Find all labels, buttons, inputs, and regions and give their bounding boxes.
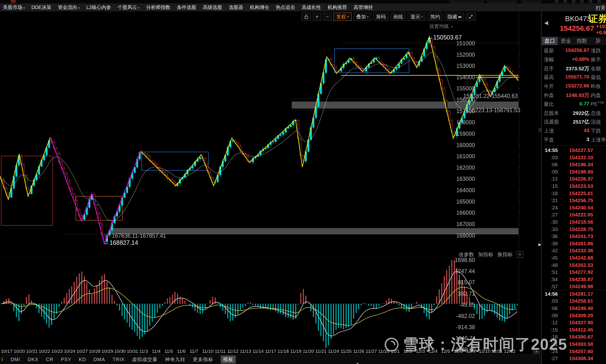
menu-item-机构推荐[interactable]: 机构推荐 bbox=[328, 4, 347, 11]
menu-item-高成长性[interactable]: 高成长性 bbox=[302, 4, 321, 11]
indicator-tab-更多指标[interactable]: 更多指标 bbox=[193, 356, 213, 363]
tick-row: :39154261.86 bbox=[542, 240, 606, 247]
menu-item-高管增持[interactable]: 高管增持 bbox=[353, 4, 373, 11]
svg-text:167636.11-167857.41: 167636.11-167857.41 bbox=[112, 233, 166, 239]
indicator-tab-PSY[interactable]: PSY bbox=[61, 357, 71, 362]
quote-value: 153272.66 bbox=[565, 83, 589, 89]
window-icon-4[interactable] bbox=[581, 0, 583, 3]
quote-value: 2922亿 bbox=[573, 110, 589, 117]
menu-item-高级选股[interactable]: 高级选股 bbox=[203, 4, 222, 11]
indicator-tab-TRIX[interactable]: TRIX bbox=[113, 357, 125, 362]
menu-item-L2核心内参[interactable]: L2核心内参 bbox=[86, 4, 111, 11]
tick-row: :27154308.34 bbox=[542, 354, 606, 362]
panel-divider bbox=[541, 12, 542, 364]
date-label: 10/24 bbox=[64, 349, 76, 354]
axis-tick bbox=[519, 122, 520, 122]
axis-tick bbox=[519, 224, 520, 224]
quote-label-right: 换手 bbox=[591, 56, 601, 63]
price-change: +103 +0.68 bbox=[596, 23, 606, 35]
panel-resize-handle[interactable] bbox=[538, 128, 541, 132]
menu-item-个股风云[interactable]: 个股风云▾ bbox=[118, 4, 140, 11]
toolbar-button-显示[interactable]: 显示▾ bbox=[408, 13, 426, 21]
search-box-outline[interactable] bbox=[450, 0, 484, 3]
toolbar-button-画线[interactable]: 画线 bbox=[390, 13, 406, 21]
panel-tab-盘口[interactable]: 盘口 bbox=[542, 37, 558, 45]
window-icon-2[interactable] bbox=[564, 0, 567, 3]
menu-item-条件选股[interactable]: 条件选股 bbox=[177, 4, 196, 11]
indicator-tab-DMA[interactable]: DMA bbox=[93, 357, 105, 362]
axis-tick bbox=[519, 179, 520, 179]
menu-item-资金流向[interactable]: 资金流向▾ bbox=[58, 4, 80, 11]
menu-item-美股市场[interactable]: 美股市场▾ bbox=[3, 4, 25, 11]
tick-price: 154238.87 bbox=[569, 276, 593, 282]
window-icon-5[interactable] bbox=[589, 0, 592, 3]
panel-tab-资金[interactable]: 资金 bbox=[558, 37, 574, 45]
quick-box-outline[interactable] bbox=[488, 0, 516, 3]
indicator-tab-模板[interactable]: 模板 bbox=[221, 355, 236, 364]
quote-value: 1248.93万 bbox=[566, 92, 589, 99]
indicator-link-换指标[interactable]: 换指标 bbox=[497, 251, 513, 258]
date-label: 11/20 bbox=[303, 349, 314, 354]
price-axis-label: 157000 bbox=[454, 108, 475, 115]
lock-button[interactable] bbox=[301, 13, 311, 21]
menu-item-分析师指数[interactable]: 分析师指数 bbox=[146, 4, 170, 11]
date-label: 11/26 bbox=[353, 349, 364, 354]
toolbar-button-筹码[interactable]: 筹码 bbox=[373, 13, 389, 21]
indicator-tab-I[interactable]: I bbox=[1, 357, 3, 362]
date-label: 11/13 bbox=[240, 349, 251, 354]
panel-tab-异[interactable]: 异 bbox=[590, 37, 606, 45]
menu-item-机构增仓[interactable]: 机构增仓 bbox=[250, 4, 269, 11]
indicator-tab-DKX[interactable]: DKX bbox=[28, 357, 38, 362]
date-label: 11/7 bbox=[190, 349, 198, 354]
quote-label-right: 金额 bbox=[591, 65, 601, 72]
tick-time: :39 bbox=[551, 241, 558, 247]
toolbar-button-叠加[interactable]: 叠加▾ bbox=[353, 13, 372, 21]
toolbar-button-简约[interactable]: 简约 bbox=[427, 13, 443, 21]
quote-label: 量比 bbox=[544, 101, 554, 108]
quote-label: 上涨 bbox=[544, 128, 554, 134]
quote-label-right: 涨跌 bbox=[591, 47, 601, 54]
panel-collapse-arrow-icon[interactable]: ▶ bbox=[538, 242, 541, 247]
back-arrow-icon[interactable]: ◀ bbox=[544, 20, 548, 26]
toolbar-button-−[interactable]: − bbox=[323, 13, 332, 21]
quote-label: 最新 bbox=[544, 47, 554, 54]
tick-time: :48 bbox=[551, 262, 558, 268]
svg-text:←150503.67: ←150503.67 bbox=[427, 34, 462, 41]
indicator-tab-DMI[interactable]: DMI bbox=[11, 357, 20, 362]
fullscreen-icon[interactable] bbox=[466, 13, 476, 21]
menu-item-选股器[interactable]: 选股器 bbox=[229, 4, 243, 11]
toolbar-button-隐藏[interactable]: 隐藏▶▶ bbox=[445, 13, 464, 21]
quote-label-right: 上涨率 bbox=[591, 136, 606, 143]
date-label: 10/23 bbox=[51, 349, 63, 354]
indicator-tab-KD[interactable]: KD bbox=[79, 357, 86, 362]
indicator-tab-CR[interactable]: CR bbox=[46, 357, 53, 362]
ma-settings-button[interactable]: 设置均线 ▾ bbox=[429, 23, 453, 30]
indicator-tab-虚拟成交量[interactable]: 虚拟成交量 bbox=[132, 356, 157, 363]
chart-area[interactable]: ←150503.67155381.22-155440.63156223.13-1… bbox=[0, 12, 542, 364]
quote-value: 155071.70 bbox=[565, 74, 589, 80]
tick-price: 154312.45 bbox=[569, 327, 593, 333]
date-label: 12/12 bbox=[504, 349, 516, 354]
window-icon-6[interactable] bbox=[598, 0, 600, 3]
collapse-panel-icon[interactable]: ▼ bbox=[356, 362, 359, 364]
indicator-tab-神奇九转[interactable]: 神奇九转 bbox=[165, 356, 185, 363]
quote-label: 涨幅 bbox=[544, 56, 554, 63]
window-icon-1[interactable] bbox=[555, 0, 558, 3]
panel-tab-指数[interactable]: 指数 bbox=[574, 37, 590, 45]
tick-row: :45154242.68 bbox=[542, 254, 606, 261]
indicator-link-改参数[interactable]: 改参数 bbox=[459, 251, 474, 258]
axis-tick bbox=[519, 145, 520, 145]
close-icon[interactable]: × bbox=[517, 251, 523, 258]
menu-item-DDE决策[interactable]: DDE决策 bbox=[31, 4, 51, 11]
tick-row: :48154262.53 bbox=[542, 261, 606, 269]
toolbar-button-+[interactable]: + bbox=[313, 13, 322, 21]
menu-item-热点追击[interactable]: 热点追击 bbox=[276, 4, 295, 11]
tick-price: 154226.37 bbox=[569, 176, 593, 182]
menu-open-label[interactable]: 打开 bbox=[596, 5, 606, 11]
toolbar-button-复权[interactable]: 复权▾ bbox=[333, 13, 352, 21]
indicator-link-加指标[interactable]: 加指标 bbox=[478, 251, 493, 258]
chevron-down-icon: ▾ bbox=[421, 13, 423, 21]
dates-more-button[interactable]: » bbox=[533, 349, 540, 354]
window-icon-3[interactable] bbox=[572, 0, 575, 3]
tool-box-outline[interactable] bbox=[521, 0, 541, 3]
